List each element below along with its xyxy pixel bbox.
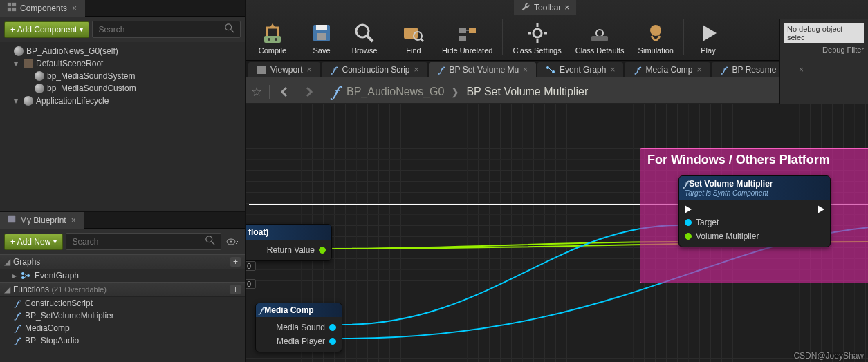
tree-item[interactable]: bp_MediaSoundSystem (0, 70, 245, 82)
play-button[interactable]: Play (687, 17, 730, 57)
save-button[interactable]: Save (300, 17, 343, 57)
debug-object-select[interactable]: No debug object selec (784, 23, 864, 43)
graphs-header[interactable]: ◢Graphs + (0, 254, 245, 269)
components-toolbar: + Add Component ▾ (0, 17, 245, 42)
svg-line-14 (24, 274, 27, 276)
graph-tab[interactable]: Viewport× (248, 62, 320, 77)
svg-point-13 (27, 274, 30, 277)
svg-rect-29 (459, 36, 466, 41)
breadcrumb-root[interactable]: BP_AudioNews_G0 (347, 86, 444, 98)
chevron-down-icon: ▾ (80, 26, 83, 33)
breadcrumb-current: BP Set Volume Multiplier (466, 86, 588, 98)
literal-value[interactable]: 0 (246, 261, 256, 271)
search-icon (205, 236, 215, 247)
tree-item[interactable]: ▾ApplicationLifecycle (0, 95, 245, 107)
svg-rect-20 (316, 25, 327, 30)
svg-point-18 (275, 38, 277, 41)
volume-multiplier-pin[interactable] (685, 233, 692, 240)
node-media-comp[interactable]: 𝑓 Media Comp Media Sound Media Player (255, 303, 342, 352)
svg-rect-16 (264, 36, 281, 43)
close-icon[interactable]: × (70, 216, 77, 225)
favorite-icon[interactable]: ☆ (251, 84, 262, 99)
output-pin[interactable] (319, 247, 326, 254)
svg-point-11 (21, 272, 24, 275)
list-item[interactable]: 𝑓BP_SetVolumeMultiplier (0, 309, 245, 322)
search-icon (225, 23, 234, 35)
exec-out-pin[interactable] (818, 205, 824, 213)
toolbar-tab[interactable]: Toolbar × (514, 0, 576, 15)
svg-rect-28 (469, 28, 476, 33)
add-component-button[interactable]: + Add Component ▾ (4, 21, 89, 38)
svg-line-8 (212, 242, 214, 245)
svg-point-4 (225, 24, 232, 30)
browse-button[interactable]: Browse (343, 17, 386, 57)
target-pin[interactable] (685, 219, 692, 226)
chevron-down-icon: ▾ (53, 238, 57, 245)
list-item[interactable]: 𝑓ConstructionScript (0, 297, 245, 309)
svg-rect-27 (459, 28, 466, 33)
simulation-button[interactable]: Simulation (631, 17, 681, 57)
svg-rect-1 (12, 3, 16, 6)
svg-point-12 (21, 276, 24, 279)
svg-point-41 (552, 70, 555, 73)
svg-rect-0 (8, 3, 11, 6)
svg-line-5 (231, 30, 234, 32)
media-sound-pin[interactable] (329, 324, 336, 331)
svg-point-40 (546, 66, 549, 69)
debug-filter-label: Debug Filter (822, 46, 864, 54)
close-icon[interactable]: × (564, 3, 569, 12)
add-graph-button[interactable]: + (230, 257, 241, 267)
add-function-button[interactable]: + (230, 285, 241, 294)
svg-line-26 (421, 39, 423, 41)
components-search-input[interactable] (92, 21, 241, 38)
media-player-pin[interactable] (329, 338, 336, 345)
svg-point-31 (533, 29, 542, 37)
literal-value[interactable]: 0 (246, 279, 256, 289)
myblueprint-tab[interactable]: My Blueprint × (0, 212, 84, 229)
svg-line-23 (367, 36, 373, 41)
graph-tab[interactable]: 𝑓Media Comp× (625, 62, 710, 77)
graph-tab[interactable]: 𝑓Construction Scrip× (322, 62, 427, 77)
class-defaults-button[interactable]: Class Defaults (569, 17, 631, 57)
find-button[interactable]: Find (392, 17, 435, 57)
graph-tabs: Viewport×𝑓Construction Scrip×𝑓BP Set Vol… (246, 61, 868, 80)
svg-point-22 (356, 25, 369, 37)
chevron-right-icon: ❯ (451, 86, 459, 97)
nav-forward-button[interactable] (300, 84, 317, 100)
node-float-return[interactable]: float) Return Value (246, 224, 332, 261)
tree-item[interactable]: bp_MediaSoundCustom (0, 82, 245, 95)
graph-canvas[interactable]: For Windows / Others PlatformFor Android… (246, 104, 868, 362)
svg-line-42 (549, 68, 552, 71)
tree-item[interactable]: BP_AudioNews_G0(self) (0, 45, 245, 57)
nav-back-button[interactable] (277, 84, 293, 100)
list-item[interactable]: 𝑓BP_StopAudio (0, 334, 245, 347)
graph-tab[interactable]: Event Graph× (537, 62, 623, 77)
add-new-button[interactable]: + Add New ▾ (4, 234, 63, 250)
svg-rect-37 (591, 36, 608, 41)
svg-point-38 (650, 25, 661, 36)
hide-unrelated-button[interactable]: Hide Unrelated (435, 17, 499, 57)
list-item[interactable]: 𝑓MediaComp (0, 322, 245, 334)
compile-button[interactable]: Compile (251, 17, 294, 57)
components-tab[interactable]: Components × (0, 0, 85, 17)
svg-point-10 (230, 240, 232, 242)
exec-in-pin[interactable] (685, 205, 692, 213)
svg-rect-39 (257, 66, 266, 74)
close-icon[interactable]: × (71, 3, 78, 13)
svg-rect-21 (317, 33, 326, 40)
list-item[interactable]: ▸EventGraph (0, 269, 245, 282)
tree-item[interactable]: ▾DefaultSceneRoot (0, 57, 245, 70)
svg-point-17 (268, 38, 270, 41)
svg-point-7 (206, 236, 212, 242)
graph-tab[interactable]: 𝑓BP Set Volume Mu× (429, 62, 537, 77)
myblueprint-search-input[interactable] (66, 233, 221, 250)
breadcrumb-bar: ☆ 𝑓 BP_AudioNews_G0 ❯ BP Set Volume Mult… (246, 80, 868, 104)
components-tab-bar: Components × (0, 0, 245, 17)
view-options-button[interactable] (224, 236, 241, 248)
class-settings-button[interactable]: Class Settings (506, 17, 568, 57)
svg-rect-2 (8, 8, 11, 11)
functions-header[interactable]: ◢Functions (21 Overridable) + (0, 282, 245, 297)
svg-rect-6 (8, 216, 16, 223)
node-set-volume-multiplier[interactable]: 𝑓 Set Volume MultiplierTarget is Synth C… (678, 175, 831, 247)
components-tree: BP_AudioNews_G0(self)▾DefaultSceneRootbp… (0, 42, 245, 110)
